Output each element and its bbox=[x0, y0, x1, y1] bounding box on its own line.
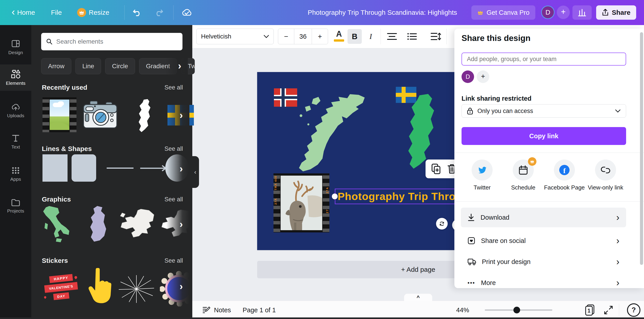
add-member-button[interactable]: + bbox=[557, 6, 570, 19]
list-icon bbox=[407, 33, 417, 41]
zoom-level[interactable]: 44% bbox=[456, 301, 469, 319]
sidebar-item-projects[interactable]: Projects bbox=[0, 193, 31, 219]
sticker-valentine[interactable]: HAPPY VALENTINE'S DAY bbox=[44, 275, 80, 301]
more-row[interactable]: ••• More › bbox=[461, 275, 626, 288]
sidebar-item-apps[interactable]: Apps bbox=[0, 161, 31, 187]
section-title-graphics: Graphics bbox=[42, 195, 71, 203]
share-panel-title: Share this design bbox=[462, 34, 530, 43]
bottombar-collapse-tab[interactable]: ^ bbox=[404, 293, 432, 301]
more-dots-icon: ••• bbox=[468, 280, 475, 286]
redo-button[interactable] bbox=[152, 6, 166, 19]
font-size-value[interactable]: 36 bbox=[294, 29, 312, 44]
share-twitter[interactable]: Twitter bbox=[462, 160, 503, 191]
chip-line[interactable]: Line bbox=[75, 58, 101, 74]
search-input[interactable] bbox=[56, 38, 178, 45]
graphics-fade bbox=[166, 205, 190, 243]
bottom-edge-strip bbox=[0, 317, 644, 319]
recent-sweden-map-thumbnail[interactable] bbox=[134, 99, 156, 133]
chips-scroll-right-icon[interactable]: › bbox=[178, 61, 181, 71]
chip-arrow[interactable]: Arrow bbox=[41, 58, 71, 74]
line-spacing-button[interactable] bbox=[429, 30, 443, 43]
add-people-input[interactable] bbox=[467, 56, 621, 63]
norway-map[interactable] bbox=[293, 92, 367, 173]
crown-icon bbox=[77, 8, 86, 17]
graphics-scroll-right-icon[interactable]: › bbox=[180, 219, 183, 229]
insights-button[interactable] bbox=[572, 5, 592, 20]
sidebar-item-design[interactable]: Design bbox=[0, 34, 31, 60]
resize-button[interactable]: Resize bbox=[77, 0, 109, 25]
file-menu-button[interactable]: File bbox=[51, 0, 62, 25]
graphic-italy-map[interactable] bbox=[42, 205, 72, 242]
panel-scrollbar[interactable] bbox=[640, 32, 643, 265]
caret-up-icon: ^ bbox=[416, 294, 420, 301]
get-canva-pro-button[interactable]: Get Canva Pro bbox=[471, 5, 535, 20]
recent-scroll-right-icon[interactable]: › bbox=[180, 110, 183, 120]
share-on-social-row[interactable]: Share on social › bbox=[461, 233, 626, 249]
stickers-scroll-right-icon[interactable]: › bbox=[180, 281, 183, 291]
copy-link-button[interactable]: Copy link bbox=[462, 127, 626, 145]
shapes-tiles-row: › bbox=[42, 154, 190, 183]
shape-arrow[interactable] bbox=[140, 163, 169, 173]
notes-button[interactable]: Notes bbox=[202, 301, 231, 319]
sweden-map[interactable] bbox=[402, 94, 442, 170]
share-view-only-link[interactable]: View-only link bbox=[585, 160, 626, 191]
pro-crown-badge bbox=[528, 157, 536, 166]
add-people-field[interactable] bbox=[462, 53, 626, 66]
download-row[interactable]: Download › bbox=[461, 208, 626, 227]
font-size-decrease[interactable]: − bbox=[278, 29, 294, 44]
shape-rounded-square[interactable] bbox=[72, 154, 96, 182]
calendar-icon bbox=[519, 165, 528, 175]
selection-left-handle[interactable] bbox=[332, 193, 338, 199]
sidebar-item-uploads[interactable]: Uploads bbox=[0, 97, 31, 124]
chip-circle[interactable]: Circle bbox=[105, 58, 135, 74]
see-all-stickers[interactable]: See all bbox=[158, 257, 183, 264]
home-button[interactable]: ‹ Home bbox=[12, 0, 35, 25]
sidebar-item-elements[interactable]: Elements bbox=[0, 65, 31, 91]
print-your-design-row[interactable]: Print your design › bbox=[461, 254, 626, 270]
recent-film-frame-thumbnail[interactable] bbox=[42, 97, 76, 132]
shapes-scroll-right-icon[interactable]: › bbox=[180, 164, 183, 174]
page-indicator[interactable]: Page 1 of 1 bbox=[242, 301, 276, 319]
access-dropdown[interactable]: Only you can access bbox=[462, 104, 626, 118]
rotate-handle[interactable] bbox=[436, 218, 448, 229]
see-all-graphics[interactable]: See all bbox=[158, 196, 183, 203]
cloud-saved-icon[interactable] bbox=[179, 6, 194, 19]
font-size-increase[interactable]: + bbox=[312, 29, 328, 44]
font-family-select[interactable]: Helveticish bbox=[196, 29, 274, 44]
graphic-europe-map[interactable] bbox=[119, 208, 156, 238]
design-title[interactable]: Photography Trip Through Scandinavia: Hi… bbox=[268, 0, 496, 25]
see-all-recent[interactable]: See all bbox=[158, 84, 183, 91]
undo-button[interactable] bbox=[130, 6, 144, 19]
stickers-fade bbox=[166, 267, 190, 309]
sidebar-item-text[interactable]: Text bbox=[0, 128, 31, 155]
sticker-pointing-hand[interactable] bbox=[86, 268, 112, 307]
add-collaborator-button[interactable]: + bbox=[477, 71, 489, 83]
share-schedule[interactable]: Schedule bbox=[503, 160, 544, 191]
bold-button[interactable]: B bbox=[348, 29, 362, 44]
collaborator-avatar[interactable]: D bbox=[462, 71, 474, 83]
sticker-starburst[interactable] bbox=[118, 273, 156, 305]
account-avatar[interactable]: D bbox=[541, 6, 554, 19]
text-color-button[interactable]: A bbox=[333, 29, 345, 44]
duplicate-icon[interactable] bbox=[431, 164, 441, 174]
fullscreen-button[interactable] bbox=[603, 304, 614, 316]
shape-square[interactable] bbox=[42, 154, 68, 182]
share-button[interactable]: Share bbox=[596, 5, 636, 20]
bulleted-list-button[interactable] bbox=[405, 30, 419, 43]
italic-button[interactable]: I bbox=[364, 29, 377, 44]
grid-view-button[interactable]: 1 bbox=[584, 304, 596, 316]
see-all-shapes[interactable]: See all bbox=[158, 145, 183, 152]
share-facebook-page[interactable]: f Facebook Page bbox=[544, 160, 585, 191]
recent-camera-thumbnail[interactable] bbox=[81, 100, 119, 131]
text-align-button[interactable] bbox=[385, 30, 399, 43]
folder-icon bbox=[11, 198, 20, 206]
zoom-slider-knob[interactable] bbox=[514, 307, 520, 313]
graphic-finland-map[interactable] bbox=[88, 205, 110, 243]
panel-collapse-handle[interactable]: ‹ bbox=[192, 156, 199, 188]
design-icon bbox=[11, 39, 20, 48]
reindeer-film-frame[interactable]: TRA 400 27A 27A 27 bbox=[274, 173, 330, 232]
back-chevron-icon: ‹ bbox=[12, 7, 15, 17]
help-button[interactable]: ? bbox=[627, 303, 640, 317]
search-elements-box[interactable] bbox=[41, 33, 182, 50]
shape-line[interactable] bbox=[107, 168, 134, 169]
